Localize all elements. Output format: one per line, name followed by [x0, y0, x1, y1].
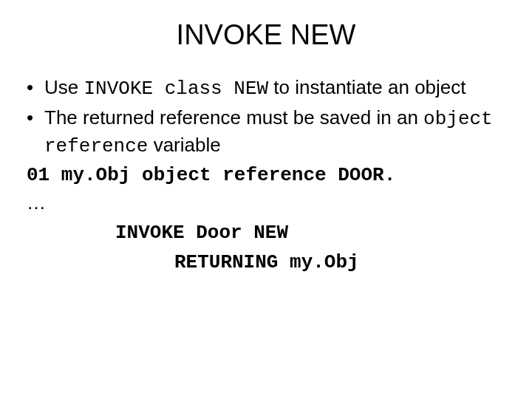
- slide-title: INVOKE NEW: [22, 19, 510, 51]
- bullet-text: Use INVOKE class NEW to instantiate an o…: [44, 75, 510, 102]
- bullet-dot-icon: •: [27, 105, 44, 131]
- code-returning: RETURNING my.Obj: [27, 250, 510, 276]
- bullet-pre: The returned reference must be saved in …: [44, 106, 423, 129]
- bullet-text: The returned reference must be saved in …: [44, 105, 510, 160]
- slide-content: • Use INVOKE class NEW to instantiate an…: [22, 75, 510, 276]
- bullet-item: • The returned reference must be saved i…: [27, 105, 510, 160]
- slide: INVOKE NEW • Use INVOKE class NEW to ins…: [0, 0, 532, 399]
- bullet-code: INVOKE class NEW: [83, 78, 268, 100]
- code-invoke: INVOKE Door NEW: [27, 220, 510, 246]
- code-ellipsis: …: [27, 190, 510, 216]
- bullet-dot-icon: •: [27, 75, 44, 100]
- bullet-pre: Use: [44, 76, 83, 98]
- bullet-item: • Use INVOKE class NEW to instantiate an…: [27, 75, 510, 102]
- code-declaration: 01 my.Obj object reference DOOR.: [27, 163, 510, 188]
- bullet-post: to instantiate an object: [268, 76, 466, 98]
- bullet-post: variable: [148, 134, 220, 156]
